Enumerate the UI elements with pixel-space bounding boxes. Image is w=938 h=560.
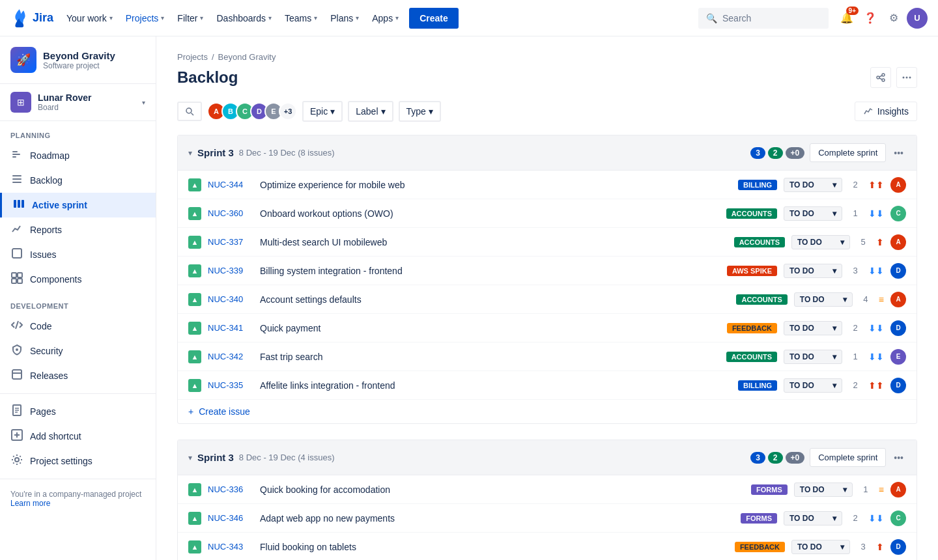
issue-key[interactable]: NUC-339: [208, 266, 253, 275]
epic-tag[interactable]: BILLING: [738, 180, 777, 190]
svg-line-35: [192, 113, 194, 116]
issue-summary[interactable]: Quick payment: [260, 323, 720, 333]
issue-key[interactable]: NUC-336: [208, 484, 253, 494]
assignee-filter[interactable]: A B C D E +3: [207, 102, 297, 120]
sidebar-item-reports[interactable]: Reports: [0, 217, 156, 242]
status-button[interactable]: TO DO▾: [784, 350, 842, 364]
issue-summary[interactable]: Account settings defaults: [260, 294, 730, 305]
status-button[interactable]: TO DO▾: [784, 206, 842, 221]
assignee-avatar: A: [890, 177, 906, 193]
status-button[interactable]: TO DO▾: [784, 321, 842, 335]
epic-tag[interactable]: ACCOUNTS: [726, 352, 777, 362]
story-points: 2: [849, 180, 862, 189]
topnav-your-work[interactable]: Your work ▾: [61, 9, 118, 27]
epic-tag[interactable]: FEEDBACK: [727, 323, 777, 333]
assignee-avatar: E: [890, 349, 906, 365]
status-button[interactable]: TO DO▾: [784, 511, 842, 525]
issue-summary[interactable]: Quick booking for accomodation: [260, 484, 745, 495]
epic-tag[interactable]: FEEDBACK: [735, 542, 785, 552]
sprint-1-more-button[interactable]: •••: [891, 145, 906, 161]
sidebar-item-components[interactable]: Components: [0, 267, 156, 292]
issue-key[interactable]: NUC-341: [208, 323, 253, 333]
issue-summary[interactable]: Multi-dest search UI mobileweb: [260, 237, 728, 247]
create-button[interactable]: Create: [409, 8, 459, 29]
status-button[interactable]: TO DO▾: [791, 540, 850, 554]
sidebar-item-pages[interactable]: Pages: [0, 399, 156, 424]
issue-summary[interactable]: Onboard workout options (OWO): [260, 208, 720, 219]
issue-key[interactable]: NUC-340: [208, 294, 253, 304]
search-box[interactable]: 🔍 Search: [698, 8, 829, 29]
breadcrumb-projects[interactable]: Projects: [177, 52, 208, 62]
project-type: Software project: [43, 61, 115, 70]
sprint-2-more-button[interactable]: •••: [891, 450, 906, 466]
sidebar-item-security[interactable]: Security: [0, 339, 156, 363]
sidebar-item-code[interactable]: Code: [0, 314, 156, 339]
status-button[interactable]: TO DO▾: [791, 235, 850, 249]
sprint-2-toggle[interactable]: ▾: [188, 453, 192, 462]
insights-button[interactable]: Insights: [855, 102, 917, 121]
issue-key[interactable]: NUC-344: [208, 180, 253, 189]
share-button[interactable]: [870, 67, 891, 88]
topnav-filter[interactable]: Filter ▾: [172, 9, 208, 27]
epic-filter-button[interactable]: Epic ▾: [302, 101, 343, 122]
sidebar-item-roadmap[interactable]: Roadmap: [0, 143, 156, 168]
issue-key[interactable]: NUC-343: [208, 542, 253, 552]
sidebar-item-add-shortcut[interactable]: Add shortcut: [0, 424, 156, 449]
board-selector[interactable]: ⊞ Lunar Rover Board ▾: [0, 84, 156, 121]
type-filter-button[interactable]: Type ▾: [399, 101, 441, 122]
help-button[interactable]: ❓: [860, 8, 881, 29]
sidebar-item-label-releases: Releases: [30, 371, 68, 381]
learn-more-link[interactable]: Learn more: [10, 499, 50, 508]
issue-key[interactable]: NUC-346: [208, 513, 253, 523]
epic-tag[interactable]: BILLING: [738, 380, 777, 391]
user-avatar[interactable]: U: [907, 8, 928, 29]
issue-key[interactable]: NUC-337: [208, 237, 253, 247]
issue-summary[interactable]: Fluid booking on tablets: [260, 542, 728, 552]
status-button[interactable]: TO DO▾: [794, 483, 853, 497]
sidebar-item-project-settings[interactable]: Project settings: [0, 449, 156, 473]
sidebar-item-active-sprint[interactable]: Active sprint: [0, 193, 156, 217]
more-options-button[interactable]: [896, 67, 917, 88]
status-button[interactable]: TO DO▾: [784, 264, 842, 278]
complete-sprint-2-button[interactable]: Complete sprint: [810, 448, 886, 467]
issue-summary[interactable]: Billing system integration - frontend: [260, 266, 720, 276]
epic-tag[interactable]: AWS SPIKE: [727, 266, 777, 276]
issue-summary[interactable]: Adapt web app no new payments: [260, 513, 734, 524]
backlog-search[interactable]: [177, 102, 202, 121]
epic-tag[interactable]: ACCOUNTS: [734, 237, 785, 247]
issue-key[interactable]: NUC-335: [208, 380, 253, 390]
sprint-1-toggle[interactable]: ▾: [188, 148, 192, 158]
topnav-plans[interactable]: Plans ▾: [325, 9, 364, 27]
issue-summary[interactable]: Fast trip search: [260, 352, 720, 362]
status-button[interactable]: TO DO▾: [784, 178, 842, 192]
issue-summary[interactable]: Affelite links integration - frontend: [260, 380, 732, 391]
status-button[interactable]: TO DO▾: [784, 378, 842, 393]
complete-sprint-1-button[interactable]: Complete sprint: [810, 143, 886, 162]
epic-tag[interactable]: FORMS: [741, 513, 777, 524]
topnav-dashboards[interactable]: Dashboards ▾: [211, 9, 277, 27]
topnav-logo[interactable]: Jira: [10, 9, 53, 27]
issue-key[interactable]: NUC-360: [208, 208, 253, 218]
sidebar: 🚀 Beyond Gravity Software project ⊞ Luna…: [0, 36, 156, 560]
releases-icon: [10, 369, 23, 383]
epic-tag[interactable]: ACCOUNTS: [726, 208, 777, 219]
label-filter-button[interactable]: Label ▾: [348, 101, 393, 122]
sidebar-item-backlog[interactable]: Backlog: [0, 168, 156, 193]
topnav-apps[interactable]: Apps ▾: [367, 9, 404, 27]
sidebar-item-releases[interactable]: Releases: [0, 363, 156, 388]
topnav-projects[interactable]: Projects ▾: [121, 9, 170, 27]
status-button[interactable]: TO DO▾: [794, 292, 853, 307]
settings-button[interactable]: ⚙: [883, 8, 904, 29]
sidebar-item-issues[interactable]: Issues: [0, 242, 156, 267]
sidebar-project-header: 🚀 Beyond Gravity Software project: [0, 36, 156, 84]
avatar-filter-more[interactable]: +3: [279, 102, 297, 120]
epic-tag[interactable]: FORMS: [751, 484, 788, 495]
topnav-teams[interactable]: Teams ▾: [279, 9, 322, 27]
notifications-button[interactable]: 🔔 9+: [836, 8, 857, 29]
issue-summary[interactable]: Optimize experience for mobile web: [260, 180, 732, 190]
issue-key[interactable]: NUC-342: [208, 352, 253, 361]
breadcrumb-project-name[interactable]: Beyond Gravity: [218, 52, 276, 62]
epic-tag[interactable]: ACCOUNTS: [736, 294, 787, 305]
create-issue-1-button[interactable]: + Create issue: [178, 400, 917, 423]
svg-rect-10: [12, 273, 16, 277]
